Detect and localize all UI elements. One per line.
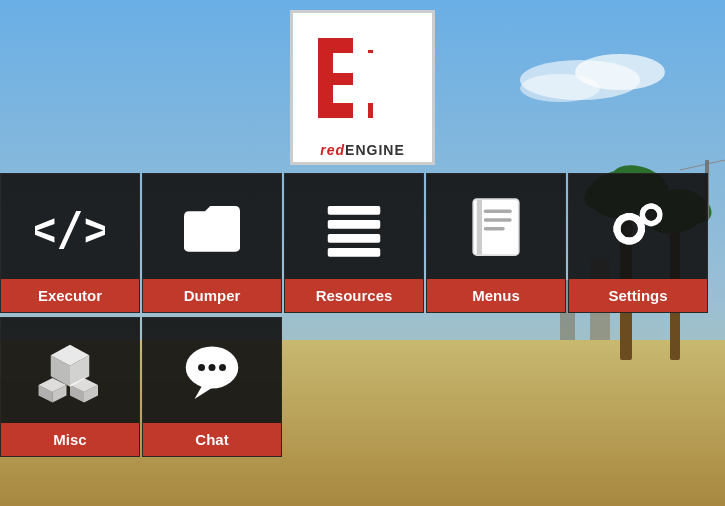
svg-rect-28	[328, 234, 381, 243]
svg-rect-31	[477, 199, 482, 255]
resources-label: Resources	[285, 279, 423, 312]
blocks-icon	[35, 336, 105, 406]
svg-rect-23	[353, 70, 393, 82]
logo-box: red ENGINE	[290, 10, 435, 165]
svg-rect-34	[484, 227, 505, 231]
settings-label: Settings	[569, 279, 707, 312]
svg-point-65	[198, 364, 205, 371]
svg-rect-51	[649, 220, 654, 225]
dumper-icon-area	[143, 174, 281, 279]
folder-icon	[177, 192, 247, 262]
overlay-container: red ENGINE </> Executor Dumper	[0, 0, 725, 506]
menu-item-misc[interactable]: Misc	[0, 317, 140, 457]
svg-rect-33	[484, 218, 512, 222]
svg-rect-40	[638, 225, 645, 232]
svg-rect-38	[626, 213, 633, 220]
svg-rect-42	[626, 237, 633, 244]
executor-icon-area: </>	[1, 174, 139, 279]
svg-rect-48	[649, 203, 654, 208]
menu-item-chat[interactable]: Chat	[142, 317, 282, 457]
executor-label: Executor	[1, 279, 139, 312]
code-icon: </>	[35, 192, 105, 262]
dumper-label: Dumper	[143, 279, 281, 312]
svg-text:</>: </>	[35, 203, 105, 256]
list-icon	[319, 192, 389, 262]
menu-item-executor[interactable]: </> Executor	[0, 173, 140, 313]
logo-svg	[308, 23, 418, 133]
menu-item-dumper[interactable]: Dumper	[142, 173, 282, 313]
menus-icon-area	[427, 174, 565, 279]
svg-rect-27	[328, 220, 381, 229]
misc-label: Misc	[1, 423, 139, 456]
svg-rect-26	[328, 206, 381, 215]
menu-item-menus[interactable]: Menus	[426, 173, 566, 313]
chat-label: Chat	[143, 423, 281, 456]
logo-engine-text: ENGINE	[345, 142, 405, 158]
chat-icon-area	[143, 318, 281, 423]
logo-red-text: red	[320, 142, 345, 158]
svg-point-67	[219, 364, 226, 371]
svg-point-47	[648, 211, 655, 218]
misc-icon-area	[1, 318, 139, 423]
menu-item-settings[interactable]: Settings	[568, 173, 708, 313]
resources-icon-area	[285, 174, 423, 279]
logo-inner	[303, 18, 423, 138]
svg-rect-32	[484, 209, 512, 213]
svg-point-66	[209, 364, 216, 371]
svg-marker-64	[195, 386, 214, 398]
menus-label: Menus	[427, 279, 565, 312]
book-icon	[461, 192, 531, 262]
svg-rect-29	[328, 248, 381, 257]
logo-area: red ENGINE	[0, 0, 725, 173]
svg-point-37	[625, 224, 634, 233]
logo-text-row: red ENGINE	[320, 142, 404, 158]
gear-icon	[603, 192, 673, 262]
menu-row2: Misc Chat	[0, 317, 282, 457]
svg-rect-44	[614, 225, 621, 232]
menu-item-resources[interactable]: Resources	[284, 173, 424, 313]
menu-row1: </> Executor Dumper	[0, 173, 708, 315]
chat-icon	[177, 336, 247, 406]
settings-icon-area	[569, 174, 707, 279]
